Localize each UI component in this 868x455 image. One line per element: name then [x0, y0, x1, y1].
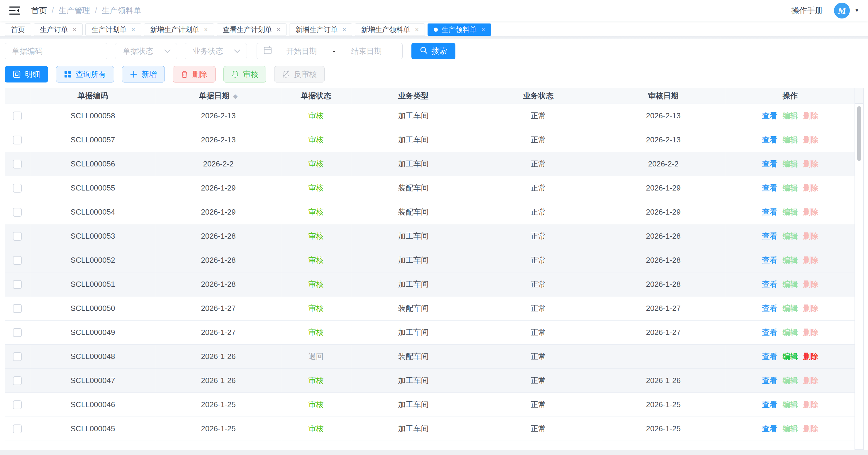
- delete-link[interactable]: 删除: [803, 400, 818, 409]
- scrollbar-thumb[interactable]: [857, 106, 861, 161]
- view-link[interactable]: 查看: [762, 328, 777, 337]
- delete-link[interactable]: 删除: [803, 304, 818, 313]
- tab-close-icon[interactable]: ×: [131, 26, 135, 33]
- view-link[interactable]: 查看: [762, 280, 777, 289]
- biz-type-cell: 加工车间: [351, 368, 476, 393]
- tab-close-icon[interactable]: ×: [277, 26, 281, 33]
- view-link[interactable]: 查看: [762, 376, 777, 385]
- row-checkbox[interactable]: [13, 136, 22, 144]
- row-checkbox[interactable]: [13, 424, 22, 433]
- audit-date-cell: 2026-1-25: [601, 417, 726, 440]
- row-checkbox[interactable]: [13, 112, 22, 120]
- detail-button[interactable]: 明细: [5, 66, 48, 83]
- edit-link[interactable]: 编辑: [783, 352, 798, 361]
- edit-link[interactable]: 编辑: [783, 424, 798, 433]
- breadcrumb-home[interactable]: 首页: [31, 5, 47, 16]
- edit-link[interactable]: 编辑: [783, 280, 798, 289]
- edit-link[interactable]: 编辑: [783, 304, 798, 313]
- query-all-button[interactable]: 查询所有: [56, 66, 114, 83]
- tab-6[interactable]: 新增生产领料单×: [355, 24, 425, 36]
- tab-close-icon[interactable]: ×: [481, 26, 485, 33]
- row-checkbox[interactable]: [13, 400, 22, 409]
- delete-link[interactable]: 删除: [803, 183, 818, 192]
- view-link[interactable]: 查看: [762, 135, 777, 144]
- breadcrumb-production-management[interactable]: 生产管理: [59, 5, 90, 16]
- delete-link[interactable]: 删除: [803, 328, 818, 337]
- view-link[interactable]: 查看: [762, 207, 777, 216]
- delete-icon: [181, 70, 188, 78]
- tab-close-icon[interactable]: ×: [204, 26, 208, 33]
- audit-date-cell: 2026-1-28: [601, 272, 726, 296]
- delete-link[interactable]: 删除: [803, 111, 818, 120]
- view-link[interactable]: 查看: [762, 183, 777, 192]
- delete-link[interactable]: 删除: [803, 256, 818, 264]
- delete-link[interactable]: 删除: [803, 424, 818, 433]
- page-bottom-strip: [0, 450, 868, 455]
- view-link[interactable]: 查看: [762, 304, 777, 313]
- view-link[interactable]: 查看: [762, 111, 777, 120]
- row-checkbox[interactable]: [13, 160, 22, 169]
- tab-close-icon[interactable]: ×: [415, 26, 419, 33]
- tab-label: 新增生产订单: [295, 25, 338, 34]
- tab-0[interactable]: 首页: [5, 24, 31, 36]
- tab-4[interactable]: 查看生产计划单×: [217, 24, 287, 36]
- tabstrip-divider: [0, 36, 868, 39]
- end-date-placeholder[interactable]: 结束日期: [337, 46, 396, 56]
- edit-link[interactable]: 编辑: [783, 207, 798, 216]
- view-link[interactable]: 查看: [762, 256, 777, 264]
- user-menu-caret-icon[interactable]: ▼: [855, 8, 859, 13]
- date-range-picker[interactable]: 开始日期 - 结束日期: [256, 43, 403, 59]
- row-checkbox[interactable]: [13, 184, 22, 193]
- row-checkbox[interactable]: [13, 376, 22, 385]
- tab-1[interactable]: 生产订单×: [34, 24, 83, 36]
- delete-link[interactable]: 删除: [803, 160, 818, 168]
- tab-7[interactable]: 生产领料单×: [428, 24, 491, 36]
- row-checkbox[interactable]: [13, 328, 22, 337]
- delete-link[interactable]: 删除: [803, 352, 818, 361]
- view-link[interactable]: 查看: [762, 232, 777, 240]
- edit-link[interactable]: 编辑: [783, 111, 798, 120]
- edit-link[interactable]: 编辑: [783, 376, 798, 385]
- tab-2[interactable]: 生产计划单×: [85, 24, 141, 36]
- view-link[interactable]: 查看: [762, 160, 777, 168]
- delete-link[interactable]: 删除: [803, 280, 818, 289]
- row-checkbox[interactable]: [13, 256, 22, 265]
- sort-icon[interactable]: ◆: [233, 93, 238, 99]
- row-checkbox[interactable]: [13, 232, 22, 241]
- delete-link[interactable]: 删除: [803, 135, 818, 144]
- row-checkbox[interactable]: [13, 280, 22, 289]
- edit-link[interactable]: 编辑: [783, 135, 798, 144]
- edit-link[interactable]: 编辑: [783, 232, 798, 240]
- view-link[interactable]: 查看: [762, 400, 777, 409]
- edit-link[interactable]: 编辑: [783, 328, 798, 337]
- tab-close-icon[interactable]: ×: [73, 26, 76, 33]
- view-link[interactable]: 查看: [762, 352, 777, 361]
- add-button[interactable]: 新增: [122, 66, 165, 83]
- row-checkbox[interactable]: [13, 208, 22, 217]
- unaudit-button[interactable]: 反审核: [274, 66, 324, 83]
- collapse-menu-icon[interactable]: [9, 5, 21, 16]
- start-date-placeholder[interactable]: 开始日期: [272, 46, 331, 56]
- avatar[interactable]: M: [834, 3, 850, 19]
- row-checkbox[interactable]: [13, 352, 22, 361]
- edit-link[interactable]: 编辑: [783, 160, 798, 168]
- edit-link[interactable]: 编辑: [783, 400, 798, 409]
- delete-link[interactable]: 删除: [803, 232, 818, 240]
- edit-link[interactable]: 编辑: [783, 256, 798, 264]
- operation-manual-link[interactable]: 操作手册: [791, 5, 823, 16]
- tab-close-icon[interactable]: ×: [342, 26, 346, 33]
- delete-link[interactable]: 删除: [803, 207, 818, 216]
- doc-code-input[interactable]: [12, 47, 100, 56]
- delete-link[interactable]: 删除: [803, 376, 818, 385]
- search-button[interactable]: 搜索: [411, 43, 456, 59]
- tab-5[interactable]: 新增生产订单×: [289, 24, 352, 36]
- delete-button[interactable]: 删除: [173, 66, 216, 83]
- biz-status-select[interactable]: 业务状态: [185, 43, 247, 59]
- audit-button[interactable]: 审核: [223, 66, 266, 83]
- doc-code-cell: SCLL000052: [30, 248, 156, 272]
- tab-3[interactable]: 新增生产计划单×: [144, 24, 214, 36]
- doc-status-select[interactable]: 单据状态: [115, 43, 177, 59]
- row-checkbox[interactable]: [13, 304, 22, 313]
- view-link[interactable]: 查看: [762, 424, 777, 433]
- edit-link[interactable]: 编辑: [783, 183, 798, 192]
